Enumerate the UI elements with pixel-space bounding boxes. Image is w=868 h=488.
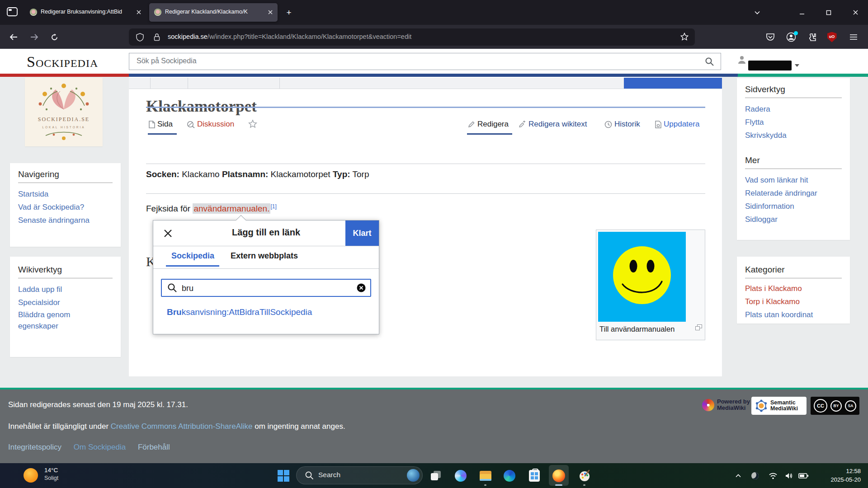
search-icon[interactable] — [705, 57, 714, 68]
weather-sun-icon[interactable] — [24, 468, 38, 483]
tab-close-icon[interactable] — [136, 9, 142, 15]
page-icon — [149, 121, 155, 128]
user-menu-caret-icon[interactable] — [795, 64, 799, 67]
tab-close-icon[interactable] — [267, 9, 274, 15]
platsnamn-label: Platsnamn: — [222, 169, 268, 179]
new-tab-button[interactable]: + — [283, 7, 295, 19]
taskbar-search-box[interactable]: Search — [296, 466, 423, 484]
more-sidloggar[interactable]: Sidloggar — [745, 213, 842, 226]
stripe-green — [738, 74, 868, 77]
tray-chevron-up-icon[interactable] — [733, 471, 743, 481]
reference-sup[interactable]: [1] — [270, 203, 276, 210]
dialog-done-button[interactable]: Klart — [345, 221, 379, 246]
footer-link-forbehall[interactable]: Förbehåll — [138, 443, 170, 451]
sidebar-item-startsida[interactable]: Startsida — [18, 188, 113, 201]
link-search-field[interactable] — [161, 279, 371, 297]
reload-button[interactable] — [47, 30, 61, 44]
dialog-tab-sockipedia[interactable]: Sockipedia — [171, 251, 214, 261]
pocket-icon[interactable] — [763, 30, 778, 44]
lock-icon[interactable] — [154, 33, 160, 43]
ublock-origin-icon[interactable]: uO — [825, 30, 839, 44]
more-relaterade-andringar[interactable]: Relaterade ändringar — [745, 187, 842, 200]
username-redacted[interactable] — [748, 61, 792, 70]
paint-icon[interactable] — [578, 469, 591, 483]
account-icon[interactable] — [784, 30, 798, 44]
search-result-item[interactable]: Bruksanvisning:AttBidraTillSockipedia — [167, 307, 312, 317]
sidebar-item-bladdra-genom-egenskaper[interactable]: Bläddra genom egenskaper — [18, 309, 93, 332]
action-redigera[interactable]: Redigera — [468, 118, 509, 130]
window-minimize-button[interactable] — [792, 0, 812, 25]
sidebar-item-ladda-upp-fil[interactable]: Ladda upp fil — [18, 283, 113, 296]
footer-link-integritetspolicy[interactable]: Integritetspolicy — [8, 443, 61, 451]
file-explorer-icon[interactable] — [479, 469, 492, 483]
tool-radera[interactable]: Radera — [745, 103, 842, 116]
microsoft-store-icon[interactable] — [528, 469, 541, 483]
tool-skrivskydda[interactable]: Skrivskydda — [745, 129, 842, 142]
semantic-mediawiki-badge[interactable]: SemanticMediaWiki — [751, 397, 807, 415]
smiley-image[interactable] — [598, 232, 686, 322]
link-search-input[interactable] — [181, 282, 341, 295]
sidebar-section-title: Navigering — [18, 169, 113, 183]
tool-flytta[interactable]: Flytta — [745, 116, 842, 129]
extensions-puzzle-icon[interactable] — [805, 30, 819, 44]
cc-by-sa-badge[interactable]: CC BY SA — [811, 397, 859, 415]
url-bar[interactable]: sockipedia.se/w/index.php?title=Klacklan… — [129, 28, 695, 46]
start-button[interactable] — [277, 469, 290, 483]
add-link-dialog: Lägg till en länk Klart Sockipedia Exter… — [153, 220, 379, 334]
more-vad-som-lankar-hit[interactable]: Vad som länkar hit — [745, 174, 842, 187]
thumbnail-frame: Till användarmanualen — [596, 230, 705, 340]
tray-volume-icon[interactable] — [784, 471, 794, 481]
bookmark-star-icon[interactable] — [680, 33, 689, 42]
back-button[interactable] — [6, 30, 21, 44]
clock-date: 2025-05-20 — [831, 475, 861, 484]
action-redigera-wikitext[interactable]: Redigera wikitext — [519, 118, 587, 130]
site-logo-text[interactable]: Sockipedia — [27, 53, 98, 70]
dialog-tab-extern-webbplats[interactable]: Extern webbplats — [231, 251, 298, 261]
more-sidinformation[interactable]: Sidinformation — [745, 200, 842, 213]
license-link[interactable]: Creative Commons Attribution-ShareAlike — [111, 422, 253, 431]
search-icon — [167, 283, 177, 295]
enlarge-icon[interactable] — [695, 324, 702, 332]
clear-input-icon[interactable] — [357, 283, 366, 292]
watch-star-icon[interactable] — [248, 119, 257, 130]
browser-tab-1[interactable]: Redigerar Bruksanvisning:AttBid — [25, 3, 146, 22]
windows-taskbar: 14°C Soligt Search — [0, 463, 868, 488]
tracking-shield-icon[interactable] — [136, 33, 144, 43]
window-maximize-button[interactable] — [818, 0, 839, 25]
firefox-icon[interactable] — [552, 469, 566, 483]
site-logo-image[interactable]: SOCKIPEDIA.SE LOKAL HISTORIA — [25, 78, 103, 146]
tray-moon-icon[interactable] — [750, 471, 760, 481]
action-historik[interactable]: Historik — [604, 118, 640, 130]
footer-link-om-sockipedia[interactable]: Om Sockipedia — [74, 443, 126, 451]
tab-list-chevron-icon[interactable] — [747, 0, 768, 25]
selected-red-link[interactable]: användarmanualen. — [193, 203, 270, 214]
firefox-view-icon[interactable] — [6, 6, 18, 17]
window-close-button[interactable] — [845, 0, 866, 25]
menu-hamburger-icon[interactable] — [846, 30, 861, 44]
tab-sida[interactable]: Sida — [149, 118, 173, 130]
category-torp-i-klackamo[interactable]: Torp i Klackamo — [745, 295, 842, 308]
sidebar-item-vad-ar-sockipedia[interactable]: Vad är Sockipedia? — [18, 201, 113, 214]
tray-battery-icon[interactable] — [798, 471, 808, 481]
browser-tab-2-active[interactable]: Redigerar Klackland/Klackamo/K — [149, 3, 278, 22]
category-plats-utan-koordinat[interactable]: Plats utan koordinat — [745, 308, 842, 321]
sidebar-item-senaste-andringarna[interactable]: Senaste ändringarna — [18, 214, 113, 227]
site-search-box[interactable]: Sök på Sockipedia — [129, 53, 721, 70]
url-text[interactable]: sockipedia.se/w/index.php?title=Klacklan… — [168, 33, 668, 40]
save-changes-button[interactable] — [624, 78, 722, 89]
tray-wifi-icon[interactable] — [768, 471, 778, 481]
taskbar-clock[interactable]: 12:58 2025-05-20 — [831, 467, 861, 484]
forward-button[interactable] — [27, 30, 42, 44]
task-view-icon[interactable] — [429, 469, 443, 483]
tab-diskussion[interactable]: Diskussion — [187, 118, 234, 130]
copilot-icon[interactable] — [454, 469, 467, 483]
powered-by-mediawiki-badge[interactable]: Powered byMediaWiki — [702, 399, 750, 411]
action-uppdatera[interactable]: Uppdatera — [655, 118, 699, 130]
user-avatar-icon[interactable] — [737, 55, 747, 66]
sidebar-item-specialsidor[interactable]: Specialsidor — [18, 296, 113, 309]
weather-widget[interactable]: 14°C Soligt — [44, 467, 58, 481]
category-plats-i-klackamo[interactable]: Plats i Klackamo — [745, 282, 842, 295]
active-running-indicator — [555, 484, 562, 486]
stripe-navy — [129, 74, 738, 77]
edge-icon[interactable] — [503, 469, 516, 483]
